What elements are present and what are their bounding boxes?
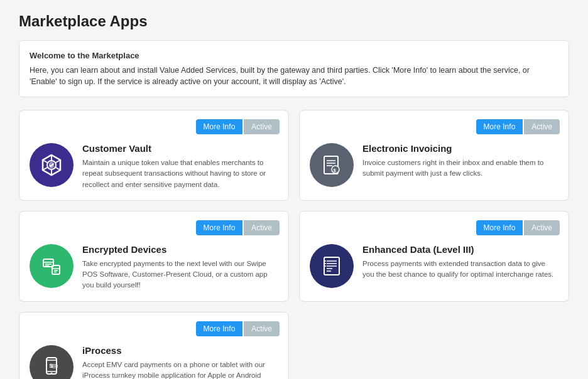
customer-vault-active-button[interactable]: Active: [244, 119, 280, 134]
electronic-invoicing-icon-circle: $: [310, 143, 354, 187]
electronic-invoicing-more-info-button[interactable]: More Info: [476, 119, 523, 134]
enhanced-data-content: Enhanced Data (Level III) Process paymen…: [310, 244, 558, 288]
card-encrypted-devices-buttons: More Info Active: [196, 220, 280, 235]
welcome-box: Welcome to the Marketplace Here, you can…: [19, 40, 569, 97]
iprocess-title: iProcess: [82, 345, 278, 356]
enhanced-data-description: Process payments with extended transacti…: [362, 259, 558, 280]
welcome-body: Here, you can learn about and install Va…: [30, 65, 558, 88]
electronic-invoicing-content: $ Electronic Invoicing Invoice customers…: [310, 143, 558, 187]
card-iprocess: More Info Active $ iProcess: [19, 312, 289, 380]
cards-grid: More Info Active C: [19, 110, 569, 379]
customer-vault-more-info-button[interactable]: More Info: [196, 119, 243, 134]
customer-vault-icon: [40, 153, 63, 177]
encrypted-devices-icon: [40, 254, 63, 278]
iprocess-more-info-button[interactable]: More Info: [196, 321, 243, 336]
encrypted-devices-more-info-button[interactable]: More Info: [196, 220, 243, 235]
iprocess-active-button[interactable]: Active: [244, 321, 280, 336]
enhanced-data-title: Enhanced Data (Level III): [362, 244, 558, 255]
electronic-invoicing-text: Electronic Invoicing Invoice customers r…: [362, 143, 558, 179]
customer-vault-content: Customer Vault Maintain a unique token v…: [30, 143, 278, 190]
customer-vault-title: Customer Vault: [82, 143, 278, 154]
card-customer-vault: More Info Active C: [19, 110, 289, 201]
svg-text:$: $: [334, 168, 337, 173]
customer-vault-icon-circle: [30, 143, 74, 187]
iprocess-content: $ iProcess Accept EMV card payments on a…: [30, 345, 278, 380]
page-title: Marketplace Apps: [19, 13, 569, 30]
card-iprocess-buttons: More Info Active: [196, 321, 280, 336]
iprocess-icon: $: [40, 355, 63, 379]
card-electronic-invoicing: More Info Active $ Electronic Invoicing …: [299, 110, 569, 201]
welcome-title: Welcome to the Marketplace: [30, 50, 558, 62]
iprocess-text: iProcess Accept EMV card payments on a p…: [82, 345, 278, 380]
encrypted-devices-icon-circle: [30, 244, 74, 288]
enhanced-data-text: Enhanced Data (Level III) Process paymen…: [362, 244, 558, 280]
iprocess-description: Accept EMV card payments on a phone or t…: [82, 360, 278, 380]
encrypted-devices-text: Encrypted Devices Take encrypted payment…: [82, 244, 278, 291]
customer-vault-text: Customer Vault Maintain a unique token v…: [82, 143, 278, 190]
enhanced-data-active-button[interactable]: Active: [524, 220, 560, 235]
customer-vault-description: Maintain a unique token value that enabl…: [82, 157, 278, 190]
svg-point-35: [51, 372, 53, 374]
card-enhanced-data-buttons: More Info Active: [476, 220, 560, 235]
encrypted-devices-description: Take encrypted payments to the next leve…: [82, 259, 278, 291]
enhanced-data-icon-circle: [310, 244, 354, 288]
card-electronic-invoicing-buttons: More Info Active: [476, 119, 560, 134]
card-encrypted-devices: More Info Active Encrypted: [19, 211, 289, 302]
enhanced-data-more-info-button[interactable]: More Info: [476, 220, 523, 235]
electronic-invoicing-title: Electronic Invoicing: [362, 143, 558, 154]
card-customer-vault-buttons: More Info Active: [196, 119, 280, 134]
encrypted-devices-active-button[interactable]: Active: [244, 220, 280, 235]
electronic-invoicing-active-button[interactable]: Active: [524, 119, 560, 134]
card-enhanced-data: More Info Active Enhanced Data (Level: [299, 211, 569, 302]
electronic-invoicing-icon: $: [320, 153, 344, 177]
enhanced-data-icon: [320, 254, 344, 278]
iprocess-icon-circle: $: [30, 345, 74, 380]
electronic-invoicing-description: Invoice customers right in their inbox a…: [362, 157, 558, 179]
encrypted-devices-content: Encrypted Devices Take encrypted payment…: [30, 244, 278, 291]
encrypted-devices-title: Encrypted Devices: [82, 244, 278, 255]
